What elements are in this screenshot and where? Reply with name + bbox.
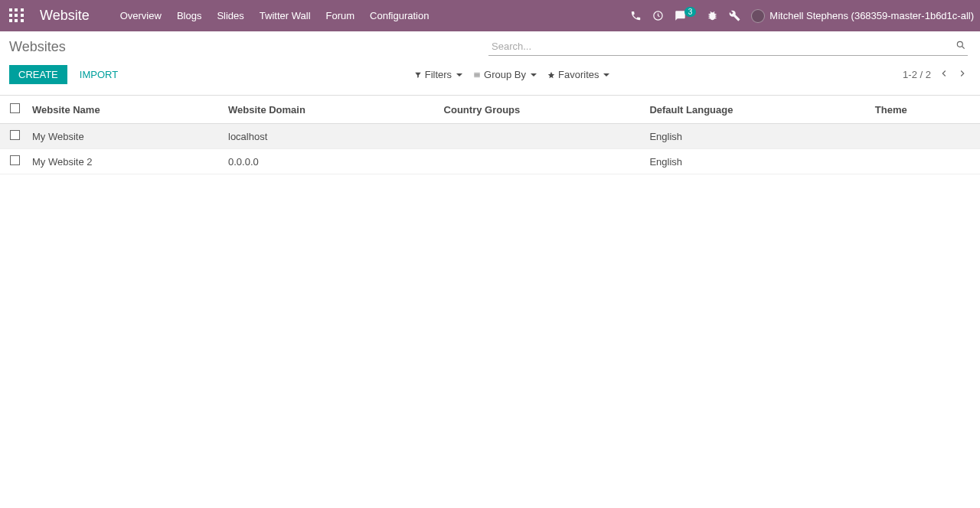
cell-country xyxy=(438,149,644,174)
nav-slides[interactable]: Slides xyxy=(209,2,251,30)
create-button[interactable]: CREATE xyxy=(9,65,67,84)
avatar xyxy=(751,9,765,23)
cell-domain: 0.0.0.0 xyxy=(222,149,438,174)
nav-configuration[interactable]: Configuration xyxy=(362,2,436,30)
caret-down-icon xyxy=(531,73,537,77)
favorites-label: Favorites xyxy=(558,69,599,80)
breadcrumb: Websites xyxy=(9,39,66,55)
svg-point-1 xyxy=(957,41,962,47)
pager: 1-2 / 2 xyxy=(903,68,968,81)
col-website-domain[interactable]: Website Domain xyxy=(222,96,438,124)
pager-next[interactable] xyxy=(957,68,968,81)
select-all-checkbox[interactable] xyxy=(10,103,20,113)
col-country-groups[interactable]: Country Groups xyxy=(438,96,644,124)
tools-icon[interactable] xyxy=(729,10,740,21)
pager-range[interactable]: 1-2 / 2 xyxy=(903,69,931,80)
row-checkbox[interactable] xyxy=(10,130,20,140)
import-button[interactable]: IMPORT xyxy=(77,65,121,84)
col-website-name[interactable]: Website Name xyxy=(26,96,222,124)
filters-dropdown[interactable]: Filters xyxy=(414,69,462,80)
nav-blogs[interactable]: Blogs xyxy=(169,2,210,30)
caret-down-icon xyxy=(603,73,609,77)
phone-icon[interactable] xyxy=(630,10,642,21)
cell-domain: localhost xyxy=(222,124,438,149)
list-icon xyxy=(473,71,481,79)
control-panel: Websites CREATE IMPORT Filters Group By xyxy=(0,31,980,95)
nav-overview[interactable]: Overview xyxy=(113,2,169,30)
username: Mitchell Stephens (368359-master-1b6d1c-… xyxy=(769,10,974,21)
table-header-row: Website Name Website Domain Country Grou… xyxy=(0,96,980,124)
filter-icon xyxy=(414,71,422,79)
table-row[interactable]: My Website 2 0.0.0.0 English xyxy=(0,149,980,174)
cell-name: My Website xyxy=(26,124,222,149)
nav-menu: Overview Blogs Slides Twitter Wall Forum… xyxy=(113,2,437,30)
cell-lang: English xyxy=(643,124,868,149)
search-input[interactable] xyxy=(488,37,968,56)
clock-icon[interactable] xyxy=(652,10,664,21)
list-view: Website Name Website Domain Country Grou… xyxy=(0,95,980,174)
nav-twitter-wall[interactable]: Twitter Wall xyxy=(252,2,318,30)
cell-name: My Website 2 xyxy=(26,149,222,174)
messages-badge: 3 xyxy=(684,7,697,17)
cell-lang: English xyxy=(643,149,868,174)
groupby-label: Group By xyxy=(484,69,526,80)
groupby-dropdown[interactable]: Group By xyxy=(473,69,537,80)
star-icon xyxy=(547,71,555,79)
nav-forum[interactable]: Forum xyxy=(318,2,363,30)
brand-title[interactable]: Website xyxy=(40,8,90,24)
col-theme[interactable]: Theme xyxy=(869,96,980,124)
bug-icon[interactable] xyxy=(707,10,718,21)
favorites-dropdown[interactable]: Favorites xyxy=(547,69,609,80)
filters-label: Filters xyxy=(425,69,452,80)
cell-country xyxy=(438,124,644,149)
cell-theme xyxy=(869,124,980,149)
col-default-language[interactable]: Default Language xyxy=(643,96,868,124)
pager-prev[interactable] xyxy=(939,68,949,81)
table-row[interactable]: My Website localhost English xyxy=(0,124,980,149)
navbar: Website Overview Blogs Slides Twitter Wa… xyxy=(0,0,980,31)
cell-theme xyxy=(869,149,980,174)
search-icon[interactable] xyxy=(956,40,966,50)
row-checkbox[interactable] xyxy=(10,155,20,165)
user-menu[interactable]: Mitchell Stephens (368359-master-1b6d1c-… xyxy=(751,9,974,23)
caret-down-icon xyxy=(456,73,462,77)
apps-icon[interactable] xyxy=(9,8,24,24)
messages-button[interactable]: 3 xyxy=(675,10,697,21)
